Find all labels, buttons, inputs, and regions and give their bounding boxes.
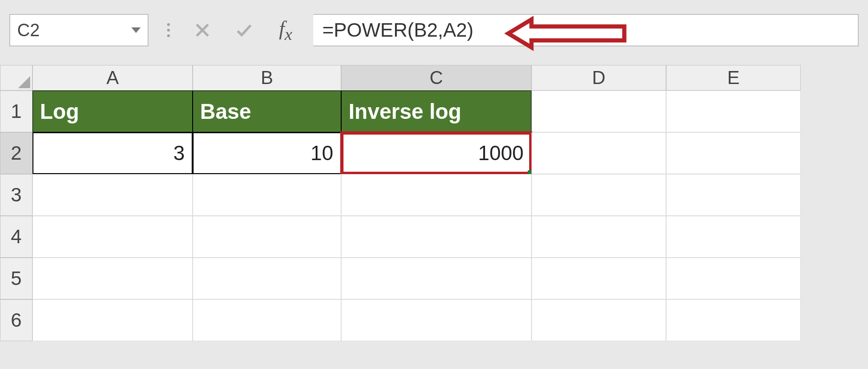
row-header-4[interactable]: 4 [0,216,32,258]
row-2: 2 3 10 1000 [0,132,868,174]
cell-A4[interactable] [32,216,193,258]
cell-D1[interactable] [531,91,666,132]
cell-D6[interactable] [531,299,666,341]
row-header-5[interactable]: 5 [0,258,32,299]
cell-B1[interactable]: Base [193,91,341,132]
row-6: 6 [0,299,868,341]
cell-E2[interactable] [666,132,801,174]
formula-bar: C2 fx =POWER(B2,A2) [0,0,868,51]
row-4: 4 [0,216,868,258]
col-header-B[interactable]: B [193,65,341,91]
cell-A2[interactable]: 3 [32,132,193,174]
cell-E1[interactable] [666,91,801,132]
cell-B3[interactable] [193,174,341,216]
cell-A6[interactable] [32,299,193,341]
row-header-1[interactable]: 1 [0,91,32,132]
check-icon[interactable] [230,20,258,40]
cell-C1[interactable]: Inverse log [341,91,531,132]
cancel-icon[interactable] [188,20,216,40]
row-header-2[interactable]: 2 [0,132,32,174]
cell-D4[interactable] [531,216,666,258]
cell-E5[interactable] [666,258,801,299]
col-header-D[interactable]: D [531,65,666,91]
cell-B2[interactable]: 10 [193,132,341,174]
spreadsheet-grid: A B C D E 1 Log Base Inverse log 2 3 10 … [0,65,868,341]
cell-D5[interactable] [531,258,666,299]
col-header-E[interactable]: E [666,65,801,91]
cell-C6[interactable] [341,299,531,341]
col-header-A[interactable]: A [32,65,193,91]
cell-B5[interactable] [193,258,341,299]
arrow-left-annotation-icon [504,13,638,59]
grip-icon [162,23,175,37]
column-headers-row: A B C D E [0,65,868,91]
formula-text: =POWER(B2,A2) [323,19,474,41]
cell-E3[interactable] [666,174,801,216]
col-header-C[interactable]: C [341,65,531,91]
cell-C2[interactable]: 1000 [341,132,531,174]
row-1: 1 Log Base Inverse log [0,91,868,132]
name-box[interactable]: C2 [9,14,149,46]
cell-E4[interactable] [666,216,801,258]
cell-C4[interactable] [341,216,531,258]
fx-icon[interactable]: fx [272,17,299,44]
chevron-down-icon[interactable] [131,27,141,33]
row-5: 5 [0,258,868,299]
cell-D3[interactable] [531,174,666,216]
cell-D2[interactable] [531,132,666,174]
select-all-corner[interactable] [0,65,32,91]
cell-A3[interactable] [32,174,193,216]
formula-input[interactable]: =POWER(B2,A2) [313,14,859,46]
cell-C3[interactable] [341,174,531,216]
row-3: 3 [0,174,868,216]
row-header-3[interactable]: 3 [0,174,32,216]
cell-B6[interactable] [193,299,341,341]
cell-E6[interactable] [666,299,801,341]
cell-A5[interactable] [32,258,193,299]
name-box-value: C2 [17,20,40,40]
row-header-6[interactable]: 6 [0,299,32,341]
cell-B4[interactable] [193,216,341,258]
cell-A1[interactable]: Log [32,91,193,132]
cell-C5[interactable] [341,258,531,299]
